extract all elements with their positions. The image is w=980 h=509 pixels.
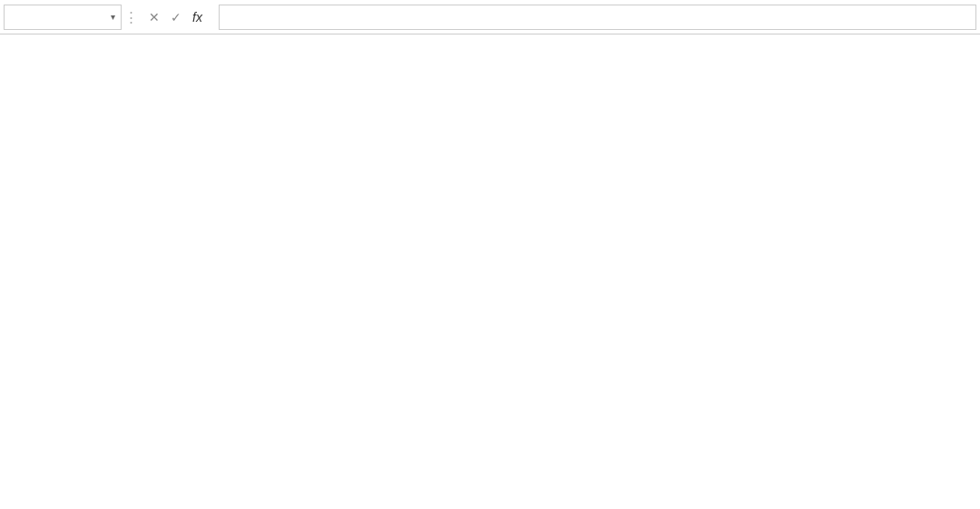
formula-input[interactable] — [219, 5, 976, 30]
formula-bar: ▾ ⋮ ✕ ✓ fx — [0, 0, 980, 34]
name-box[interactable]: ▾ — [4, 5, 122, 30]
fx-icon[interactable]: fx — [192, 10, 202, 24]
chevron-down-icon[interactable]: ▾ — [111, 12, 115, 22]
cancel-icon[interactable]: ✕ — [149, 10, 160, 24]
formula-controls: ✕ ✓ fx — [149, 10, 210, 24]
separator: ⋮ — [122, 9, 140, 25]
enter-icon[interactable]: ✓ — [171, 10, 181, 24]
